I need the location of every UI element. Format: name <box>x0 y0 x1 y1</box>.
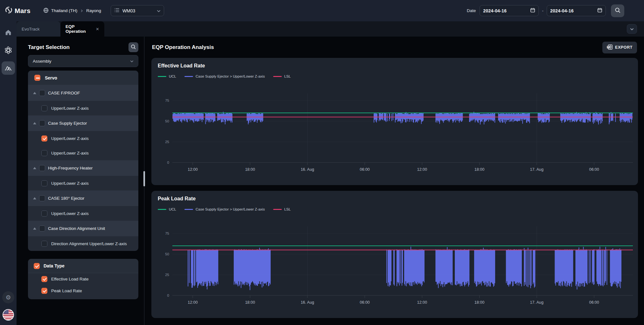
tree-row-label: Upper/Lower Z-axis <box>51 106 89 111</box>
svg-text:25: 25 <box>165 273 169 277</box>
svg-text:17. Aug: 17. Aug <box>530 167 544 172</box>
collapse-triangle-icon[interactable] <box>33 197 36 199</box>
checkbox[interactable] <box>41 211 47 217</box>
calendar-icon[interactable] <box>530 8 535 14</box>
tree-row[interactable]: Effective Load Rate <box>28 273 138 285</box>
tree-row[interactable]: Upper/Lower Z-axis <box>28 176 138 190</box>
svg-text:06:00: 06:00 <box>589 167 599 172</box>
legend-item[interactable]: Case Supply Ejector > Upper/Lower Z-axis <box>184 74 265 78</box>
tree-row[interactable]: High-Frequency Heater <box>28 160 138 176</box>
legend-item[interactable]: Case Supply Ejector > Upper/Lower Z-axis <box>184 207 265 211</box>
legend-item[interactable]: LSL <box>273 207 291 211</box>
search-button[interactable] <box>611 4 624 17</box>
atom-icon[interactable] <box>2 44 15 57</box>
breadcrumb-country[interactable]: Thailand (TH) <box>51 8 78 13</box>
machine-select[interactable]: WM03 <box>111 5 164 16</box>
category-select[interactable]: Assembly <box>28 55 138 67</box>
checkbox[interactable] <box>39 195 45 201</box>
tree-row[interactable]: Peak Load Rate <box>28 285 138 297</box>
checkbox[interactable] <box>41 276 47 282</box>
checkbox[interactable] <box>39 165 45 171</box>
tree-row[interactable]: Upper/Lower Z-axis <box>28 101 138 115</box>
svg-text:18:00: 18:00 <box>474 300 484 305</box>
svg-text:0: 0 <box>167 161 169 164</box>
language-us-flag-icon[interactable] <box>3 309 14 321</box>
breadcrumb: Thailand (TH) Rayong <box>43 8 101 14</box>
collapse-triangle-icon[interactable] <box>33 227 36 230</box>
date-from-input[interactable]: 2024-04-16 <box>480 5 539 16</box>
tree-row[interactable]: CASE F/PROOF <box>28 85 138 101</box>
checkbox[interactable] <box>41 135 47 142</box>
svg-text:18:00: 18:00 <box>245 300 255 305</box>
checkbox[interactable] <box>34 263 40 269</box>
checkbox[interactable] <box>39 90 45 96</box>
tabs-overflow-button[interactable] <box>627 24 637 34</box>
checkbox[interactable] <box>41 150 47 156</box>
panel-search-button[interactable] <box>128 42 138 52</box>
export-label: EXPORT <box>615 45 633 50</box>
svg-text:12:00: 12:00 <box>417 167 427 172</box>
checkbox[interactable] <box>39 120 45 126</box>
tree-row[interactable]: Direction Alignment Upper/Lower Z-axis <box>28 236 138 251</box>
breadcrumb-site[interactable]: Rayong <box>86 8 101 13</box>
tree-row[interactable]: Servo <box>28 71 138 85</box>
tree-row-label: Upper/Lower Z-axis <box>51 181 89 186</box>
collapse-triangle-icon[interactable] <box>33 167 36 169</box>
checkbox[interactable] <box>41 180 47 186</box>
collapse-triangle-icon[interactable] <box>33 92 36 94</box>
legend-label: Case Supply Ejector > Upper/Lower Z-axis <box>196 74 265 78</box>
legend-item[interactable]: UCL <box>158 74 176 78</box>
page-title: EQP Operation Analysis <box>152 44 214 51</box>
tab-evotrack[interactable]: EvoTrack <box>17 21 60 37</box>
tree-row-label: Data Type <box>44 263 65 268</box>
data-type-section: Data TypeEffective Load RatePeak Load Ra… <box>28 259 138 299</box>
svg-text:50: 50 <box>165 119 169 123</box>
tab-eqp-operation[interactable]: EQP Operation ✕ <box>60 21 104 37</box>
export-button[interactable]: X EXPORT <box>602 42 637 53</box>
excel-export-icon: X <box>607 45 613 51</box>
legend-label: LSL <box>284 207 291 211</box>
checkbox[interactable] <box>41 241 47 247</box>
svg-text:16. Aug: 16. Aug <box>301 167 314 172</box>
tree-row[interactable]: Upper/Lower Z-axis <box>28 206 138 221</box>
svg-text:12:00: 12:00 <box>417 300 427 305</box>
svg-text:18:00: 18:00 <box>474 167 484 172</box>
calendar-icon[interactable] <box>597 8 602 14</box>
tree-row-label: Upper/Lower Z-axis <box>51 136 89 141</box>
tree-row-label: Peak Load Rate <box>51 288 82 293</box>
checkbox[interactable] <box>41 288 47 294</box>
chart-card-effective-load-rate: Effective Load RateUCLCase Supply Ejecto… <box>151 58 638 185</box>
chevron-down-icon <box>157 8 161 14</box>
tree-row[interactable]: Case Supply Ejector <box>28 115 138 131</box>
tree-row[interactable]: Upper/Lower Z-axis <box>28 131 138 146</box>
tree-row[interactable]: Upper/Lower Z-axis <box>28 146 138 160</box>
legend-item[interactable]: LSL <box>273 74 291 78</box>
tree-row-label: Servo <box>45 75 57 80</box>
topbar: Mars Thailand (TH) Rayong WM03 Date 2024… <box>0 0 644 21</box>
date-to-input[interactable]: 2024-04-16 <box>547 5 606 16</box>
analysis-curves-icon[interactable] <box>2 61 15 75</box>
checkbox[interactable] <box>39 225 45 232</box>
home-icon[interactable] <box>2 26 15 39</box>
tree-row[interactable]: Case Direction Alignment Unit <box>28 221 138 236</box>
chart-legend: UCLCase Supply Ejector > Upper/Lower Z-a… <box>158 74 291 78</box>
collapse-triangle-icon[interactable] <box>33 122 36 124</box>
settings-gear-icon[interactable]: ⚙ <box>2 291 14 303</box>
tree-row[interactable]: Data Type <box>28 259 138 273</box>
content: Target Selection Assembly ServoCASE F/PR… <box>17 37 644 325</box>
legend-item[interactable]: UCL <box>158 207 176 211</box>
svg-text:75: 75 <box>165 232 169 235</box>
series-band <box>173 112 632 124</box>
tree-row-label: Direction Alignment Upper/Lower Z-axis <box>51 241 127 246</box>
checkbox[interactable] <box>34 75 40 81</box>
tree-row[interactable]: CASE 180° Ejector <box>28 190 138 206</box>
legend-swatch <box>158 76 166 77</box>
tree-row-label: Effective Load Rate <box>51 277 89 281</box>
legend-label: LSL <box>284 74 291 78</box>
close-icon[interactable]: ✕ <box>96 27 99 31</box>
date-separator: - <box>542 8 544 13</box>
checkbox[interactable] <box>41 105 47 111</box>
svg-text:25: 25 <box>165 140 169 144</box>
svg-text:06:00: 06:00 <box>589 300 599 305</box>
brand-name: Mars <box>15 7 31 15</box>
